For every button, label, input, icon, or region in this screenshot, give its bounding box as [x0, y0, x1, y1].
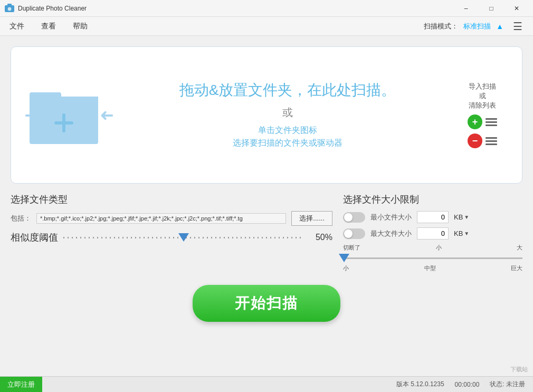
min-size-row: 最小文件大小 KB ▼	[343, 211, 522, 223]
start-scan-button[interactable]: 开始扫描	[193, 285, 340, 322]
slider-top-label-1: 切断了	[343, 244, 360, 252]
scan-mode-label: 扫描模式：	[424, 22, 458, 31]
app-icon	[4, 3, 15, 14]
add-icon: +	[468, 114, 482, 129]
version-label: 版本 5.12.0.1235	[396, 380, 444, 389]
hamburger-menu-icon[interactable]: ☰	[509, 18, 527, 35]
file-type-label: 包括：	[11, 214, 31, 223]
list-icon	[486, 118, 497, 126]
menu-bar: 文件 查看 帮助 扫描模式： 标准扫描 ▲ ☰	[0, 17, 533, 36]
time-label: 00:00:00	[455, 381, 480, 388]
size-slider-inner	[343, 257, 522, 259]
svg-point-1	[7, 7, 12, 11]
max-size-label: 最大文件大小	[370, 229, 412, 238]
slider-top-label-3: 大	[517, 244, 522, 252]
drop-zone-actions: 导入扫描 或 清除列表 + −	[459, 82, 511, 149]
title-bar: Duplicate Photo Cleaner – □ ✕	[0, 0, 533, 17]
status-bar: 立即注册 版本 5.12.0.1235 00:00:00 状态: 未注册	[0, 376, 533, 392]
max-size-input[interactable]	[417, 227, 449, 240]
size-slider-track[interactable]	[343, 253, 522, 263]
arrow-right-icon: ➜	[100, 105, 114, 125]
remove-folder-button[interactable]: −	[468, 133, 497, 148]
menu-help[interactable]: 帮助	[70, 20, 91, 33]
bottom-section: 选择文件类型 包括： *.bmp;*.gif;*.ico;*.jp2;*.jpg…	[11, 193, 522, 278]
drop-or-text: 或	[122, 106, 453, 120]
file-type-value: *.bmp;*.gif;*.ico;*.jp2;*.jpg;*.jpeg;*.j…	[36, 213, 286, 224]
maximize-button[interactable]: □	[479, 0, 503, 17]
max-toggle-knob	[344, 230, 353, 238]
folder-back	[30, 97, 98, 144]
menu-right: 扫描模式： 标准扫描 ▲ ☰	[424, 18, 527, 35]
menu-file[interactable]: 文件	[6, 20, 27, 33]
slider-track	[63, 237, 303, 238]
drop-main-text: 拖动&放置文件夹，在此处扫描。	[122, 81, 453, 100]
file-size-title: 选择文件大小限制	[343, 193, 522, 206]
size-slider-container: 切断了 小 大 小 中型 巨大	[343, 244, 522, 272]
min-size-unit: KB ▼	[454, 213, 469, 221]
slider-bottom-label-1: 小	[343, 264, 349, 272]
min-size-input[interactable]	[417, 211, 449, 223]
slider-bottom-label-2: 中型	[424, 264, 436, 272]
main-content: ➜ ➜ 拖动&放置文件夹，在此处扫描。 或 单击文件夹图标 选择要扫描的文件夹或…	[0, 36, 533, 332]
drop-sub-text: 单击文件夹图标 选择要扫描的文件夹或驱动器	[122, 124, 453, 149]
plus-vertical	[62, 113, 65, 132]
similarity-value: 50%	[309, 233, 332, 242]
max-size-unit: KB ▼	[454, 230, 469, 237]
size-slider-labels-bottom: 小 中型 巨大	[343, 264, 522, 272]
scan-mode-value[interactable]: 标准扫描	[463, 22, 491, 31]
app-title: Duplicate Photo Cleaner	[18, 5, 87, 12]
select-type-button[interactable]: 选择......	[291, 211, 332, 226]
list-icon-2	[486, 137, 497, 145]
status-label: 状态: 未注册	[490, 380, 525, 389]
slider-thumb[interactable]	[178, 233, 189, 242]
svg-rect-2	[7, 4, 12, 6]
scan-btn-container: 开始扫描	[11, 278, 522, 327]
min-toggle-knob	[344, 213, 353, 222]
similarity-slider[interactable]	[63, 232, 303, 243]
register-button[interactable]: 立即注册	[0, 377, 42, 393]
menu-view[interactable]: 查看	[38, 20, 59, 33]
folder-area: ➜ ➜	[22, 81, 106, 149]
title-bar-left: Duplicate Photo Cleaner	[4, 3, 87, 14]
max-size-row: 最大文件大小 KB ▼	[343, 227, 522, 240]
close-button[interactable]: ✕	[505, 0, 529, 17]
menu-left: 文件 查看 帮助	[6, 20, 91, 33]
min-unit-label: KB	[454, 213, 463, 221]
max-unit-arrow-icon[interactable]: ▼	[464, 231, 469, 236]
status-right: 版本 5.12.0.1235 00:00:00 状态: 未注册	[396, 380, 533, 389]
title-bar-controls: – □ ✕	[454, 0, 529, 17]
drop-zone[interactable]: ➜ ➜ 拖动&放置文件夹，在此处扫描。 或 单击文件夹图标 选择要扫描的文件夹或…	[11, 46, 522, 184]
drop-zone-text: 拖动&放置文件夹，在此处扫描。 或 单击文件夹图标 选择要扫描的文件夹或驱动器	[111, 81, 453, 149]
similarity-label: 相似度阈值	[11, 231, 58, 244]
file-type-row: 包括： *.bmp;*.gif;*.ico;*.jp2;*.jpg;*.jpeg…	[11, 211, 332, 226]
folder-plus	[53, 112, 74, 133]
file-type-section: 选择文件类型 包括： *.bmp;*.gif;*.ico;*.jp2;*.jpg…	[11, 193, 332, 272]
min-size-label: 最小文件大小	[370, 213, 412, 222]
watermark: 下载站	[510, 366, 528, 374]
min-unit-arrow-icon[interactable]: ▼	[464, 214, 469, 220]
file-type-title: 选择文件类型	[11, 193, 332, 206]
min-size-toggle[interactable]	[343, 212, 365, 223]
minimize-button[interactable]: –	[454, 0, 478, 17]
arrow-left-icon: ➜	[24, 105, 39, 125]
size-slider-thumb[interactable]	[339, 254, 349, 262]
slider-top-label-2: 小	[436, 244, 442, 252]
file-size-section: 选择文件大小限制 最小文件大小 KB ▼ 最大文件大小 KB	[343, 193, 522, 272]
scan-mode-arrow-icon[interactable]: ▲	[496, 22, 503, 31]
size-slider-labels-top: 切断了 小 大	[343, 244, 522, 252]
similarity-row: 相似度阈值 50%	[11, 231, 332, 244]
remove-icon: −	[468, 133, 482, 148]
slider-bottom-label-3: 巨大	[511, 264, 522, 272]
max-size-toggle[interactable]	[343, 228, 365, 239]
action-label: 导入扫描 或 清除列表	[469, 82, 496, 111]
add-folder-button[interactable]: +	[468, 114, 497, 129]
folder-shape: ➜ ➜	[30, 86, 98, 144]
max-unit-label: KB	[454, 230, 463, 237]
